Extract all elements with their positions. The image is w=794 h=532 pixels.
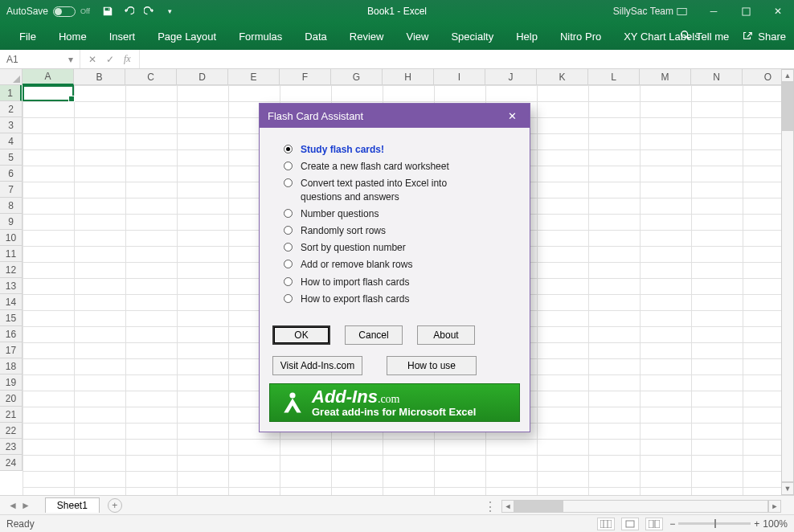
column-header[interactable]: K (537, 69, 588, 85)
zoom-slider[interactable] (678, 522, 751, 525)
row-header[interactable]: 2 (0, 101, 23, 117)
zoom-out-button[interactable]: − (669, 518, 675, 530)
row-header[interactable]: 12 (0, 262, 23, 278)
column-header[interactable]: C (125, 69, 177, 85)
tab-view[interactable]: View (395, 23, 440, 50)
user-name[interactable]: SillySac Team (613, 6, 673, 17)
close-icon[interactable]: ✕ (502, 106, 522, 125)
tab-page-layout[interactable]: Page Layout (146, 23, 227, 50)
column-header[interactable]: J (485, 69, 537, 85)
active-cell[interactable] (23, 85, 74, 101)
tab-review[interactable]: Review (338, 23, 395, 50)
tell-me-search[interactable]: Tell me (680, 30, 729, 43)
radio-export[interactable]: How to export flash cards (284, 293, 512, 305)
tab-formulas[interactable]: Formulas (227, 23, 293, 50)
sheet-tab-sheet1[interactable]: Sheet1 (45, 497, 100, 513)
enter-formula-icon[interactable]: ✓ (106, 54, 114, 65)
column-header[interactable]: D (177, 69, 228, 85)
zoom-in-button[interactable]: + (754, 518, 759, 530)
name-box[interactable]: A1 ▾ (0, 50, 80, 68)
share-button[interactable]: Share (742, 30, 786, 43)
fx-icon[interactable]: fx (124, 53, 131, 65)
row-header[interactable]: 3 (0, 117, 23, 133)
scroll-down-icon[interactable]: ▼ (781, 482, 794, 495)
page-layout-view-icon[interactable] (621, 518, 639, 530)
minimize-icon[interactable]: ─ (698, 0, 730, 23)
new-sheet-button[interactable]: + (108, 498, 122, 513)
row-header[interactable]: 24 (0, 455, 23, 471)
undo-icon[interactable] (122, 5, 135, 18)
vertical-scrollbar[interactable]: ▲ ▼ (781, 69, 794, 495)
column-header[interactable]: E (228, 69, 280, 85)
ribbon-display-icon[interactable] (665, 0, 698, 23)
row-header[interactable]: 22 (0, 423, 23, 439)
tab-nitro-pro[interactable]: Nitro Pro (549, 23, 612, 50)
radio-number-questions[interactable]: Number questions (284, 207, 512, 220)
row-header[interactable]: 7 (0, 182, 23, 198)
horizontal-scrollbar[interactable]: ⋮ ◄ ► (484, 498, 781, 514)
row-header[interactable]: 23 (0, 439, 23, 455)
column-header[interactable]: F (280, 69, 331, 85)
radio-import[interactable]: How to import flash cards (284, 276, 512, 289)
close-icon[interactable]: ✕ (762, 0, 794, 23)
column-header[interactable]: B (74, 69, 125, 85)
ok-button[interactable]: OK (272, 325, 330, 345)
autosave-toggle[interactable]: AutoSave Off (0, 6, 96, 17)
row-header[interactable]: 19 (0, 374, 23, 391)
maximize-icon[interactable] (730, 0, 762, 23)
addins-banner[interactable]: Add-Ins.com Great add-ins for Microsoft … (269, 383, 520, 422)
row-header[interactable]: 9 (0, 214, 23, 230)
radio-sort-by-number[interactable]: Sort by question number (284, 241, 512, 254)
row-header[interactable]: 16 (0, 326, 23, 342)
scroll-left-icon[interactable]: ◄ (501, 500, 514, 513)
row-header[interactable]: 11 (0, 246, 23, 262)
next-sheet-icon[interactable]: ► (21, 500, 31, 511)
split-handle-icon[interactable]: ⋮ (484, 499, 501, 514)
column-header[interactable]: H (383, 69, 434, 85)
column-header[interactable]: M (640, 69, 691, 85)
row-header[interactable]: 15 (0, 310, 23, 326)
dialog-titlebar[interactable]: Flash Card Assistant ✕ (260, 104, 530, 128)
scroll-thumb[interactable] (515, 501, 563, 512)
normal-view-icon[interactable] (597, 518, 615, 530)
qat-customize-icon[interactable]: ▾ (164, 5, 177, 18)
radio-create-worksheet[interactable]: Create a new flash card worksheet (284, 160, 512, 173)
tab-help[interactable]: Help (505, 23, 549, 50)
tab-data[interactable]: Data (293, 23, 338, 50)
tab-specialty[interactable]: Specialty (440, 23, 505, 50)
redo-icon[interactable] (143, 5, 156, 18)
column-header[interactable]: N (691, 69, 743, 85)
row-header[interactable]: 21 (0, 407, 23, 423)
row-header[interactable]: 18 (0, 358, 23, 374)
formula-input[interactable] (139, 50, 794, 68)
radio-study-flash-cards[interactable]: Study flash cards! (284, 143, 512, 156)
select-all-triangle[interactable] (0, 69, 23, 85)
prev-sheet-icon[interactable]: ◄ (8, 500, 18, 511)
how-to-use-button[interactable]: How to use (387, 356, 477, 375)
row-header[interactable]: 13 (0, 278, 23, 294)
zoom-level[interactable]: 100% (763, 518, 788, 530)
row-header[interactable]: 8 (0, 198, 23, 214)
row-header[interactable]: 1 (0, 85, 22, 101)
tab-file[interactable]: File (8, 23, 47, 50)
scroll-right-icon[interactable]: ► (768, 500, 781, 513)
column-header[interactable]: A (23, 69, 74, 85)
chevron-down-icon[interactable]: ▾ (68, 54, 80, 65)
tab-home[interactable]: Home (47, 23, 98, 50)
row-header[interactable]: 14 (0, 294, 23, 310)
cancel-formula-icon[interactable]: ✕ (88, 54, 96, 65)
page-break-view-icon[interactable] (645, 518, 663, 530)
column-header[interactable]: I (434, 69, 485, 85)
about-button[interactable]: About (417, 325, 475, 345)
row-header[interactable]: 5 (0, 149, 23, 166)
row-header[interactable]: 20 (0, 391, 23, 407)
tab-insert[interactable]: Insert (98, 23, 147, 50)
row-header[interactable]: 4 (0, 133, 23, 149)
row-header[interactable]: 6 (0, 166, 23, 182)
column-header[interactable]: G (331, 69, 383, 85)
visit-addins-button[interactable]: Visit Add-Ins.com (272, 356, 362, 375)
scroll-up-icon[interactable]: ▲ (781, 69, 794, 82)
scroll-thumb[interactable] (782, 83, 793, 131)
column-header[interactable]: L (588, 69, 640, 85)
cancel-button[interactable]: Cancel (345, 325, 403, 345)
